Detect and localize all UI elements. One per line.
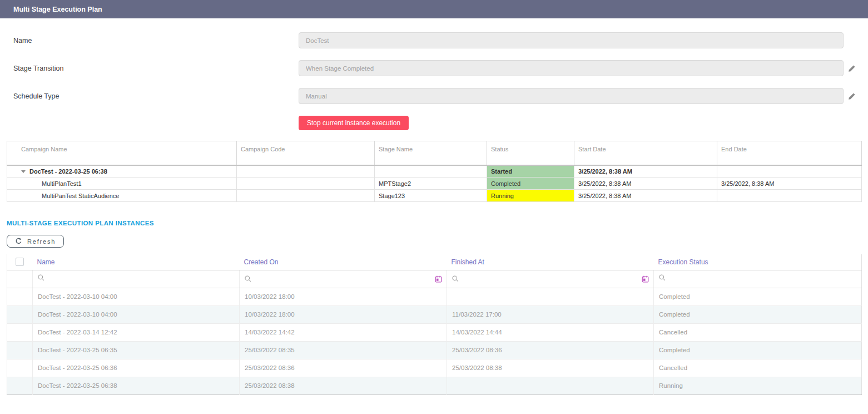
execution-status-column-header[interactable]: Execution Status	[654, 254, 862, 270]
instance-name-cell: DocTest - 2022-03-25 06:38	[33, 377, 240, 395]
created-on-column-header[interactable]: Created On	[240, 254, 447, 270]
end-date-cell	[717, 165, 862, 178]
stage-transition-label: Stage Transition	[13, 65, 299, 72]
status-badge: Completed	[487, 178, 574, 190]
instances-section-title: MULTI-STAGE EXECUTION PLAN INSTANCES	[7, 220, 868, 226]
page-title: Multi Stage Execution Plan	[13, 6, 102, 13]
execution-status-cell: Completed	[654, 341, 862, 359]
search-icon	[658, 274, 666, 282]
name-label: Name	[13, 37, 299, 45]
campaign-execution-table: Campaign Name Campaign Code Stage Name S…	[7, 141, 862, 202]
table-row: MultiPlanTest1 MPTStage2 Completed 3/25/…	[7, 178, 862, 190]
campaign-code-cell	[237, 178, 375, 190]
status-header: Status	[487, 141, 574, 165]
execution-status-cell: Cancelled	[654, 359, 862, 377]
refresh-label: Refresh	[27, 238, 56, 245]
execution-status-cell: Completed	[654, 305, 862, 323]
campaign-code-cell	[237, 165, 375, 178]
finished-at-column-header[interactable]: Finished At	[447, 254, 654, 270]
finished-at-cell	[447, 288, 654, 305]
created-on-cell: 25/03/2022 08:38	[240, 377, 447, 395]
created-on-cell: 25/03/2022 08:36	[240, 359, 447, 377]
finished-at-cell: 25/03/2022 08:36	[447, 341, 654, 359]
calendar-icon[interactable]	[435, 275, 442, 283]
start-date-cell: 3/25/2022, 8:38 AM	[574, 178, 717, 190]
name-filter-input[interactable]	[33, 270, 240, 288]
select-all-checkbox[interactable]	[16, 258, 24, 266]
name-input[interactable]	[299, 32, 844, 48]
campaign-code-cell	[237, 190, 375, 202]
row-select-cell	[7, 377, 33, 395]
stage-transition-input[interactable]	[299, 60, 844, 76]
row-select-cell	[7, 288, 33, 305]
start-date-header: Start Date	[574, 141, 717, 165]
created-on-cell: 14/03/2022 14:42	[240, 323, 447, 341]
refresh-button[interactable]: Refresh	[7, 235, 64, 248]
list-item[interactable]: DocTest - 2022-03-10 04:00 10/03/2022 18…	[7, 305, 862, 323]
list-item[interactable]: DocTest - 2022-03-25 06:35 25/03/2022 08…	[7, 341, 862, 359]
collapse-caret-icon[interactable]	[21, 170, 26, 173]
campaign-name-cell: MultiPanTest StaticAudience	[7, 190, 237, 202]
start-date-cell: 3/25/2022, 8:38 AM	[574, 190, 717, 202]
schedule-type-input[interactable]	[299, 88, 844, 104]
created-on-cell: 25/03/2022 08:35	[240, 341, 447, 359]
table-row: DocTest - 2022-03-25 06:38 Started 3/25/…	[7, 165, 862, 178]
form-row-stage-transition: Stage Transition	[13, 60, 856, 76]
grid-filter-row	[7, 270, 862, 288]
window-titlebar: Multi Stage Execution Plan	[0, 0, 868, 18]
end-date-cell	[717, 190, 862, 202]
execution-status-cell: Cancelled	[654, 323, 862, 341]
created-on-cell: 10/03/2022 18:00	[240, 288, 447, 305]
edit-icon[interactable]	[848, 92, 856, 100]
search-icon	[452, 275, 459, 283]
list-item[interactable]: DocTest - 2022-03-25 06:36 25/03/2022 08…	[7, 359, 862, 377]
end-date-header: End Date	[717, 141, 862, 165]
list-item[interactable]: DocTest - 2022-03-10 04:00 10/03/2022 18…	[7, 288, 862, 305]
search-icon	[244, 275, 252, 283]
instance-name-cell: DocTest - 2022-03-14 12:42	[33, 323, 240, 341]
execution-status-cell: Running	[654, 377, 862, 395]
campaign-name-header: Campaign Name	[7, 141, 237, 165]
campaign-name-cell: MultiPlanTest1	[7, 178, 237, 190]
created-on-filter-input[interactable]	[240, 270, 447, 288]
created-on-cell: 10/03/2022 18:00	[240, 305, 447, 323]
stage-name-cell: MPTStage2	[375, 178, 487, 190]
stage-name-header: Stage Name	[375, 141, 487, 165]
plan-form: Name Stage Transition Schedule Type Stop…	[0, 18, 868, 130]
instance-name-cell: DocTest - 2022-03-10 04:00	[33, 288, 240, 305]
schedule-type-label: Schedule Type	[13, 92, 299, 100]
list-item[interactable]: DocTest - 2022-03-14 12:42 14/03/2022 14…	[7, 323, 862, 341]
calendar-icon[interactable]	[642, 275, 649, 283]
row-select-cell	[7, 359, 33, 377]
finished-at-cell: 11/03/2022 17:00	[447, 305, 654, 323]
finished-at-cell: 25/03/2022 08:38	[447, 359, 654, 377]
finished-at-cell	[447, 377, 654, 395]
search-icon	[37, 274, 45, 282]
campaign-code-header: Campaign Code	[237, 141, 375, 165]
instance-name-cell: DocTest - 2022-03-25 06:35	[33, 341, 240, 359]
stop-execution-button[interactable]: Stop current instance execution	[299, 116, 409, 130]
start-date-cell: 3/25/2022, 8:38 AM	[574, 165, 717, 178]
campaign-name-cell: DocTest - 2022-03-25 06:38	[29, 168, 107, 175]
row-select-cell	[7, 305, 33, 323]
edit-icon[interactable]	[848, 65, 856, 72]
row-select-cell	[7, 341, 33, 359]
name-column-header[interactable]: Name	[33, 254, 240, 270]
grid-header-row: Name Created On Finished At Execution St…	[7, 254, 862, 270]
instance-name-cell: DocTest - 2022-03-25 06:36	[33, 359, 240, 377]
campaign-table-header-row: Campaign Name Campaign Code Stage Name S…	[7, 141, 862, 165]
form-row-name: Name	[13, 32, 856, 48]
status-badge: Started	[487, 165, 574, 178]
stage-name-cell	[375, 165, 487, 178]
finished-at-cell: 14/03/2022 14:44	[447, 323, 654, 341]
stage-name-cell: Stage123	[375, 190, 487, 202]
finished-at-filter-input[interactable]	[447, 270, 654, 288]
refresh-icon	[15, 238, 22, 245]
list-item[interactable]: DocTest - 2022-03-25 06:38 25/03/2022 08…	[7, 377, 862, 395]
table-row: MultiPanTest StaticAudience Stage123 Run…	[7, 190, 862, 202]
instances-grid: Name Created On Finished At Execution St…	[7, 254, 862, 395]
execution-status-filter-input[interactable]	[654, 270, 862, 288]
status-badge: Running	[487, 190, 574, 202]
row-select-cell	[7, 323, 33, 341]
end-date-cell: 3/25/2022, 8:38 AM	[717, 178, 862, 190]
